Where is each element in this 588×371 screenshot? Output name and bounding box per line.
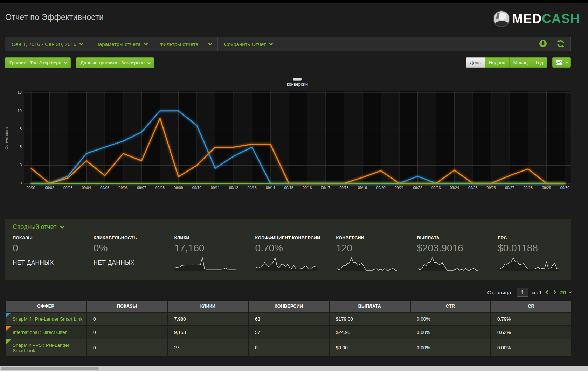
x-axis-tick: 09/07 xyxy=(137,186,146,190)
table-header-cell[interactable]: ВЫПЛАТА xyxy=(329,301,410,313)
period-button-месяц[interactable]: Месяц xyxy=(510,57,532,68)
x-axis-tick: 09/24 xyxy=(450,186,459,190)
x-axis-tick: 09/11 xyxy=(211,186,220,190)
summary-card-value: 0% xyxy=(94,243,167,254)
table-header-cell[interactable]: ОФФЕР xyxy=(5,301,87,313)
toolbar-menu-label: Параметры отчета xyxy=(95,41,141,47)
y-axis-title: Conversions xyxy=(4,117,8,159)
conversions-chart: конверсии Conversions 03581013 09/0109/0… xyxy=(0,83,588,199)
sparkline-chart xyxy=(498,255,560,272)
x-axis-tick: 09/12 xyxy=(229,186,238,190)
table-cell-payout: $24.90 xyxy=(329,326,410,339)
offer-link[interactable]: SnapMilf PPS : Pre-Lander Smart Link xyxy=(13,343,69,353)
x-axis-tick: 09/18 xyxy=(339,186,348,190)
date-range-label: Сен 1, 2016 - Сен 30, 2016 xyxy=(12,41,76,47)
summary-panel: Сводный отчет ПОКАЗЫ0НЕТ ДАННЫХКЛИКАБЕЛЬ… xyxy=(5,219,571,280)
y-axis-tick: 10 xyxy=(12,108,22,113)
next-page-icon[interactable] xyxy=(553,290,556,294)
toolbar-menu-3[interactable]: Сохранить Отчет xyxy=(218,37,279,51)
summary-toggle[interactable]: Сводный отчет xyxy=(13,223,63,231)
table-header-cell[interactable]: CR xyxy=(491,301,571,313)
page-size-dropdown[interactable]: 20 xyxy=(560,289,571,295)
chevron-down-icon xyxy=(147,61,150,64)
table-cell-clicks: 27 xyxy=(167,339,248,357)
download-icon[interactable] xyxy=(539,40,547,49)
period-button-неделя[interactable]: Неделя xyxy=(485,57,510,68)
x-axis-tick: 09/10 xyxy=(192,186,201,190)
x-axis-tick: 09/06 xyxy=(119,186,128,190)
summary-card-7: EPC$0.01188 xyxy=(490,236,571,272)
chevron-down-icon xyxy=(565,61,568,63)
chevron-down-icon xyxy=(64,61,67,64)
legend-item-conversions[interactable]: конверсии xyxy=(287,78,308,87)
table-cell-ctr: 0.00% xyxy=(410,326,491,339)
chart-plot-area[interactable] xyxy=(24,91,571,186)
x-axis-tick: 09/02 xyxy=(45,186,54,190)
sparkline-chart xyxy=(417,255,479,272)
summary-card-value: 120 xyxy=(336,243,409,254)
sparkline-chart xyxy=(336,255,398,272)
medcash-avatar-icon xyxy=(493,10,510,27)
chart-type-dropdown[interactable] xyxy=(552,57,571,68)
series-color-marker xyxy=(6,313,11,318)
x-axis-tick: 09/04 xyxy=(82,186,91,190)
sparkline-chart xyxy=(255,255,318,272)
period-button-год[interactable]: Год xyxy=(532,57,548,68)
table-row[interactable]: International : Direct Offer09,15357$24.… xyxy=(5,326,571,339)
chart-controls: График: Топ 3 оффера Данные графика: Кон… xyxy=(5,57,571,69)
offer-link[interactable]: SnapMilf : Pre-Lander Smart Link xyxy=(13,316,83,322)
no-data-label: НЕТ ДАННЫХ xyxy=(94,259,167,266)
x-axis-tick: 09/20 xyxy=(376,186,385,190)
x-axis-tick: 09/09 xyxy=(174,186,183,190)
toolbar-divider xyxy=(552,40,552,49)
summary-card-value: 0 xyxy=(13,243,86,254)
legend-label: конверсии xyxy=(287,82,308,87)
table-header-cell[interactable]: CTR xyxy=(410,301,491,313)
graph-select-button[interactable]: График: Топ 3 оффера xyxy=(5,57,71,68)
table-cell-clicks: 9,153 xyxy=(167,326,248,339)
table-row[interactable]: SnapMilf : Pre-Lander Smart Link07,98063… xyxy=(5,313,571,326)
horizontal-scrollbar[interactable] xyxy=(0,366,588,371)
series-color-marker xyxy=(6,326,11,331)
table-cell-payout: $179.00 xyxy=(329,313,410,326)
summary-card-label: ПОКАЗЫ xyxy=(13,236,86,240)
top-strip xyxy=(0,0,588,3)
x-axis-tick: 09/19 xyxy=(358,186,367,190)
x-axis-tick: 09/29 xyxy=(542,186,551,190)
summary-card-2: КЛИКАБЕЛЬНОСТЬ0%НЕТ ДАННЫХ xyxy=(86,236,167,272)
summary-card-4: КОЭФФИЦИЕНТ КОНВЕРСИИ0.70% xyxy=(248,236,328,272)
summary-card-value: 0.70% xyxy=(255,243,328,254)
x-axis-tick: 09/28 xyxy=(524,186,533,190)
y-axis-tick: 3 xyxy=(12,163,22,167)
table-cell-cr: 0.62% xyxy=(491,326,571,339)
toolbar-menu-2[interactable]: Фильтры отчета xyxy=(153,37,218,51)
summary-card-label: КОНВЕРСИИ xyxy=(336,236,409,240)
chevron-down-icon xyxy=(60,224,64,228)
toolbar-menu-1[interactable]: Параметры отчета xyxy=(89,37,153,51)
offer-link[interactable]: International : Direct Offer xyxy=(13,330,67,335)
series-color-marker xyxy=(6,340,11,345)
summary-card-label: КЛИКИ xyxy=(174,236,248,240)
x-axis-tick: 09/23 xyxy=(431,186,441,190)
date-range-dropdown[interactable]: Сен 1, 2016 - Сен 30, 2016 xyxy=(5,37,89,51)
no-data-label: НЕТ ДАННЫХ xyxy=(13,259,86,266)
x-axis-tick: 09/08 xyxy=(155,186,165,190)
previous-page-icon[interactable] xyxy=(546,290,549,294)
table-cell-payout: $0.00 xyxy=(329,339,410,357)
graph-data-select-button[interactable]: Данные графика: Конверсии xyxy=(76,57,154,68)
table-header-cell[interactable]: ПОКАЗЫ xyxy=(87,301,167,313)
x-axis-tick: 09/27 xyxy=(505,186,514,190)
period-button-день[interactable]: День xyxy=(466,57,485,68)
chevron-down-icon xyxy=(79,42,83,46)
table-header-cell[interactable]: КОНВЕРСИИ xyxy=(248,301,329,313)
page-number-input[interactable] xyxy=(517,288,528,297)
table-row[interactable]: SnapMilf PPS : Pre-Lander Smart Link0270… xyxy=(5,339,571,357)
refresh-icon[interactable] xyxy=(556,40,565,49)
table-cell-ctr: 0.00% xyxy=(410,339,491,357)
x-axis-tick: 09/15 xyxy=(284,186,293,190)
pagination-of-label: из 1 xyxy=(532,289,542,295)
table-header-cell[interactable]: КЛИКИ xyxy=(167,301,248,313)
scrollbar-thumb[interactable] xyxy=(1,367,99,370)
summary-card-label: КЛИКАБЕЛЬНОСТЬ xyxy=(94,236,167,240)
pagination-label: Страница: xyxy=(487,289,512,295)
